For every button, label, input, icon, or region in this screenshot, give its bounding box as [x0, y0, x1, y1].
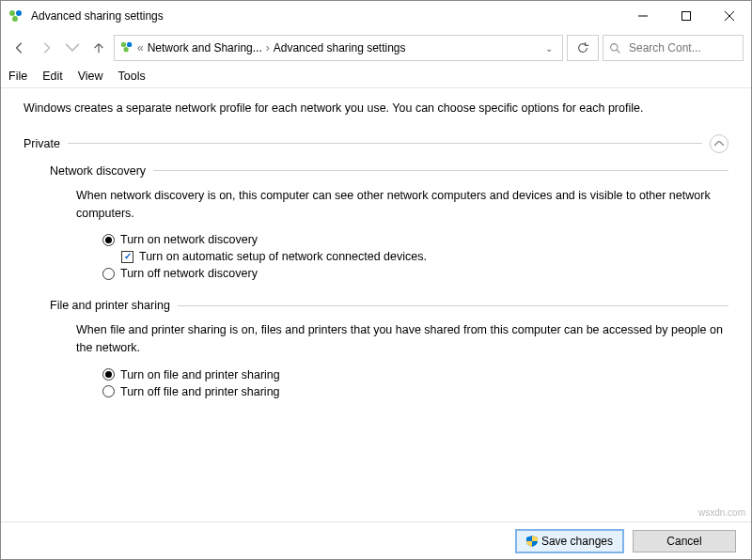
minimize-button[interactable]: [621, 1, 665, 31]
up-button[interactable]: [87, 37, 110, 59]
subsection-desc: When file and printer sharing is on, fil…: [76, 321, 728, 357]
subsection-title: File and printer sharing: [50, 299, 170, 312]
address-icon: [120, 40, 133, 56]
back-button[interactable]: [8, 37, 31, 59]
radio-icon: [102, 268, 115, 280]
divider: [153, 170, 728, 171]
radio-label: Turn off network discovery: [120, 267, 258, 280]
breadcrumb-item[interactable]: Advanced sharing settings: [274, 41, 406, 54]
watermark: wsxdn.com: [698, 507, 745, 518]
svg-point-2: [12, 16, 18, 22]
maximize-button[interactable]: [665, 1, 708, 31]
address-bar[interactable]: « Network and Sharing... › Advanced shar…: [114, 35, 563, 61]
radio-turn-off-discovery[interactable]: Turn off network discovery: [102, 267, 728, 280]
options: Turn on network discovery Turn on automa…: [102, 233, 728, 280]
search-box[interactable]: [603, 35, 744, 61]
save-button[interactable]: Save changes: [516, 530, 623, 552]
checkbox-label: Turn on automatic setup of network conne…: [139, 250, 427, 263]
checkbox-icon: [121, 251, 133, 263]
footer: Save changes Cancel: [1, 521, 751, 559]
radio-icon: [102, 385, 115, 397]
subsection-head: File and printer sharing: [50, 299, 728, 312]
radio-icon: [102, 234, 115, 246]
radio-label: Turn on file and printer sharing: [120, 368, 280, 381]
subsection-file-printer-sharing: File and printer sharing When file and p…: [50, 299, 728, 398]
section-label: Private: [24, 137, 60, 150]
svg-rect-4: [682, 12, 691, 21]
refresh-button[interactable]: [567, 35, 599, 61]
svg-point-7: [121, 41, 126, 46]
subsection-head: Network discovery: [50, 164, 728, 178]
window-buttons: [621, 1, 751, 31]
menu-tools[interactable]: Tools: [118, 70, 146, 83]
search-icon: [609, 42, 621, 54]
app-icon: [8, 8, 24, 23]
breadcrumb-item[interactable]: Network and Sharing...: [148, 41, 262, 54]
cancel-button[interactable]: Cancel: [633, 530, 736, 552]
menubar: File Edit View Tools: [1, 65, 751, 87]
window: Advanced sharing settings « Network and …: [0, 0, 752, 560]
svg-point-9: [124, 47, 129, 52]
search-input[interactable]: [627, 40, 737, 55]
radio-icon: [102, 368, 115, 381]
intro-text: Windows creates a separate network profi…: [24, 100, 728, 117]
window-title: Advanced sharing settings: [31, 9, 621, 23]
svg-point-10: [611, 43, 618, 50]
collapse-button[interactable]: [710, 134, 728, 153]
radio-label: Turn off file and printer sharing: [120, 385, 280, 398]
navbar: « Network and Sharing... › Advanced shar…: [1, 31, 751, 65]
breadcrumb-prefix: «: [137, 41, 144, 54]
forward-button[interactable]: [35, 37, 57, 59]
svg-line-11: [617, 50, 619, 53]
close-button[interactable]: [708, 1, 751, 31]
svg-point-1: [16, 10, 22, 16]
menu-file[interactable]: File: [8, 70, 27, 83]
radio-turn-off-fps[interactable]: Turn off file and printer sharing: [102, 385, 728, 398]
subsection-title: Network discovery: [50, 164, 146, 178]
radio-turn-on-discovery[interactable]: Turn on network discovery: [102, 233, 728, 246]
titlebar: Advanced sharing settings: [1, 1, 751, 31]
svg-point-0: [9, 10, 15, 16]
svg-point-8: [127, 41, 132, 46]
menu-view[interactable]: View: [78, 70, 103, 83]
shield-icon: [526, 536, 538, 547]
radio-turn-on-fps[interactable]: Turn on file and printer sharing: [102, 368, 728, 381]
save-label: Save changes: [541, 535, 613, 548]
radio-label: Turn on network discovery: [120, 233, 258, 246]
options: Turn on file and printer sharing Turn of…: [102, 368, 728, 398]
content[interactable]: Windows creates a separate network profi…: [1, 88, 751, 521]
divider: [68, 143, 702, 144]
address-dropdown[interactable]: ⌄: [541, 43, 556, 54]
divider: [178, 305, 728, 306]
cancel-label: Cancel: [666, 535, 701, 548]
recent-dropdown[interactable]: [61, 37, 84, 59]
content-wrap: Windows creates a separate network profi…: [1, 87, 751, 521]
section-private: Private: [24, 134, 728, 153]
menu-edit[interactable]: Edit: [42, 70, 63, 83]
subsection-desc: When network discovery is on, this compu…: [76, 187, 728, 223]
subsection-network-discovery: Network discovery When network discovery…: [50, 164, 728, 281]
breadcrumb-separator: ›: [266, 41, 270, 54]
checkbox-auto-setup[interactable]: Turn on automatic setup of network conne…: [121, 250, 728, 263]
